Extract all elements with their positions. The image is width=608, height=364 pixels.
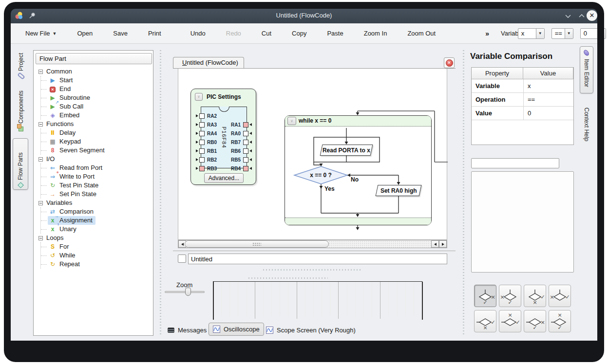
scope-splitter[interactable] (248, 277, 328, 279)
pic-collapse-button[interactable]: ∨ (195, 93, 203, 101)
value-combo[interactable]: 0▼ (580, 28, 606, 39)
orientation-button-8[interactable]: ×✓ (549, 310, 571, 332)
pin-box[interactable] (243, 140, 248, 145)
open-button[interactable]: Open (77, 30, 93, 37)
minimize-icon[interactable] (565, 14, 571, 18)
property-value[interactable]: x (523, 79, 573, 92)
pin-rb3[interactable]: RB3 (196, 164, 218, 173)
pin-box[interactable] (243, 166, 248, 171)
property-value[interactable]: == (523, 93, 573, 106)
pin-rb5[interactable]: RB5 (229, 155, 252, 164)
pin-ra1[interactable]: RA1 (229, 120, 252, 129)
flowchart-canvas[interactable]: ∨ PIC Settings P16F84 RA2RA3RA4RB0RB1RB2… (178, 69, 447, 240)
new-file-button[interactable]: New File▼ (25, 30, 57, 37)
pin-ra3[interactable]: RA3 (196, 120, 218, 129)
tree-item-embed[interactable]: ◈Embed (41, 111, 151, 120)
pin-rb4[interactable]: RB4 (229, 164, 252, 173)
decision-shape[interactable]: x == 0 ? (294, 166, 347, 184)
zoom-in-button[interactable]: Zoom In (364, 30, 387, 37)
sidebar-tab-project[interactable]: Project (14, 49, 28, 81)
tree-item-set-pin-state[interactable]: →Set Pin State (41, 190, 151, 199)
collapse-expander-icon[interactable] (38, 201, 43, 205)
pin-box[interactable] (243, 131, 248, 136)
chevron-down-icon[interactable]: ▼ (536, 29, 544, 38)
pin-rb2[interactable]: RB2 (196, 155, 218, 164)
pin-box[interactable] (199, 140, 205, 145)
left-splitter[interactable] (160, 50, 161, 335)
panel-tab-item-editor[interactable]: Item Editor (580, 46, 593, 93)
bottom-splitter[interactable] (263, 269, 361, 271)
tree-group-i-o[interactable]: I/O (36, 155, 151, 164)
tree-item-sub-call[interactable]: ▶↗Sub Call (41, 102, 151, 111)
paste-button[interactable]: Paste (327, 30, 343, 37)
chevron-down-icon[interactable]: ▼ (597, 29, 606, 38)
tree-group-common[interactable]: Common (36, 67, 151, 76)
document-tab[interactable]: Untitled (FlowCode) (173, 57, 244, 69)
tree-item-keypad[interactable]: ▦Keypad (41, 137, 151, 146)
pin-ra2[interactable]: RA2 (196, 111, 218, 120)
save-button[interactable]: Save (113, 30, 128, 37)
print-button[interactable]: Print (148, 30, 161, 37)
tab-oscilloscope[interactable]: Oscilloscope (209, 323, 264, 336)
tree-group-functions[interactable]: Functions (36, 120, 151, 128)
zoom-slider-track[interactable] (165, 291, 205, 293)
variable-name-combo[interactable]: x▼ (518, 28, 545, 39)
tree-item-for[interactable]: SFor (41, 242, 151, 251)
orientation-button-5[interactable]: ×✓ (474, 310, 496, 332)
item-editor-description-box[interactable] (471, 171, 574, 273)
flowchart-name-field[interactable] (188, 254, 447, 264)
tree-item-end[interactable]: ×End (41, 85, 151, 93)
canvas-horizontal-scrollbar[interactable] (178, 240, 447, 248)
maximize-icon[interactable] (579, 14, 585, 18)
set-ra0-shape[interactable]: Set RA0 high (376, 185, 422, 196)
toolbar-overflow-chevron[interactable]: » (485, 30, 489, 37)
operation-combo[interactable]: ==▼ (551, 28, 573, 39)
property-row-variable[interactable]: Variablex (472, 79, 573, 93)
orientation-button-1[interactable]: ×✓ (474, 285, 496, 307)
tab-scope-screen[interactable]: Scope Screen (Very Rough) (262, 324, 360, 337)
property-value[interactable]: 0 (523, 107, 573, 120)
tree-item-unary[interactable]: x¹Unary (41, 225, 151, 234)
pin-ra0[interactable]: RA0 (229, 129, 252, 138)
read-porta-shape[interactable]: Read PORTA to x (320, 145, 373, 156)
scrollbar-thumb[interactable] (185, 240, 329, 248)
tree-item-test-pin-state[interactable]: ↻Test Pin State (41, 181, 151, 190)
value-column-header[interactable]: Value (523, 68, 573, 79)
pin-rb1[interactable]: RB1 (196, 146, 218, 155)
advanced-button[interactable]: Advanced... (204, 173, 244, 183)
pin-box[interactable] (199, 157, 205, 163)
tree-group-loops[interactable]: Loops (36, 234, 151, 242)
pin-box[interactable] (243, 148, 248, 154)
tree-item-repeat[interactable]: ↻Repeat (41, 260, 151, 269)
property-row-operation[interactable]: Operation== (472, 93, 573, 107)
tree-group-variables[interactable]: Variables (36, 199, 151, 207)
undo-button[interactable]: Undo (190, 30, 206, 37)
zoom-out-button[interactable]: Zoom Out (407, 30, 436, 37)
pin-box[interactable] (199, 148, 205, 154)
collapse-expander-icon[interactable] (38, 70, 43, 74)
flow-parts-header[interactable]: Flow Part (36, 53, 152, 64)
orientation-button-3[interactable]: ×✓ (524, 285, 546, 307)
right-splitter[interactable] (463, 50, 464, 335)
pin-box[interactable] (199, 166, 205, 171)
tree-item-seven-segment[interactable]: 8Seven Segment (41, 146, 151, 155)
chevron-down-icon[interactable]: ▼ (565, 29, 573, 38)
sidebar-tab-flow-parts[interactable]: Flow Parts (13, 138, 28, 190)
zoom-slider-thumb[interactable] (185, 288, 191, 296)
close-document-button[interactable]: ✕ (444, 57, 455, 68)
orientation-button-2[interactable]: ×✓ (499, 285, 521, 307)
tree-item-while[interactable]: ↺While (41, 251, 151, 260)
pin-box[interactable] (243, 122, 248, 127)
tree-item-write-to-port[interactable]: ⇒●Write to Port (41, 172, 151, 181)
property-column-header[interactable]: Property (472, 68, 523, 79)
tree-item-delay[interactable]: ⅡDelay (41, 128, 151, 137)
orientation-button-7[interactable]: ×✓ (524, 310, 546, 332)
tab-messages[interactable]: Messages (164, 324, 210, 337)
pin-box[interactable] (199, 131, 205, 136)
close-window-button[interactable]: ✕ (587, 10, 597, 21)
collapse-expander-icon[interactable] (38, 157, 43, 162)
orientation-button-6[interactable]: ×✓ (499, 310, 521, 332)
pin-rb6[interactable]: RB6 (229, 146, 252, 155)
tree-item-start[interactable]: ▶Start (41, 76, 151, 85)
scroll-right-button[interactable] (439, 240, 447, 248)
